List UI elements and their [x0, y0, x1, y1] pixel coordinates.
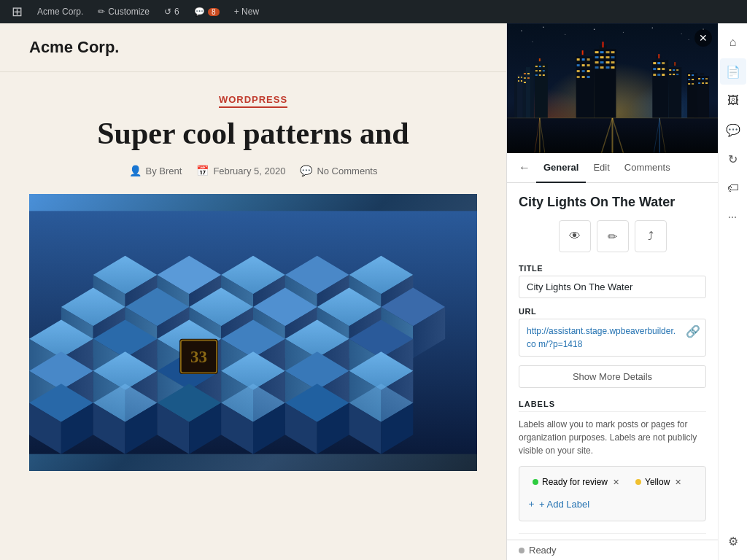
svg-rect-139 — [577, 70, 580, 72]
comments-btn[interactable]: 💬 8 — [188, 0, 225, 23]
author-icon: 👤 — [129, 165, 142, 176]
svg-rect-157 — [600, 61, 604, 63]
svg-rect-137 — [582, 64, 585, 66]
calendar-icon: 📅 — [196, 165, 209, 176]
wp-logo-btn[interactable]: ⊞ — [6, 0, 28, 23]
svg-rect-178 — [674, 62, 676, 66]
edit-icon-button[interactable]: ✏ — [597, 220, 629, 252]
svg-rect-127 — [535, 74, 538, 76]
svg-rect-133 — [577, 58, 580, 61]
site-header: Acme Corp. — [0, 23, 506, 72]
svg-rect-189 — [688, 79, 690, 80]
status-text: Ready — [529, 545, 557, 556]
comments-icon: 💬 — [194, 7, 205, 17]
sidebar-home-icon[interactable]: ⌂ — [720, 29, 746, 55]
svg-rect-150 — [606, 51, 610, 53]
svg-rect-155 — [611, 56, 615, 58]
new-btn[interactable]: + New — [228, 0, 265, 23]
remove-yellow-tag-button[interactable]: ✕ — [673, 478, 681, 486]
svg-rect-199 — [702, 82, 704, 84]
labels-tags-container: Ready for review ✕ Yellow ✕ ＋ + Add Labe… — [519, 466, 706, 521]
category-link[interactable]: WORDPRESS — [219, 94, 287, 108]
svg-rect-156 — [595, 61, 599, 63]
url-copy-button[interactable]: 🔗 — [686, 324, 700, 338]
svg-rect-183 — [673, 74, 675, 75]
image-icon: 🖼 — [727, 94, 739, 107]
site-name-btn[interactable]: Acme Corp. — [31, 0, 89, 23]
view-icon-button[interactable]: 👁 — [559, 220, 591, 252]
ready-tag-label: Ready for review — [542, 477, 608, 487]
sidebar-apps-icon[interactable]: ⋯ — [720, 204, 746, 230]
labels-description: Labels allow you to mark posts or pages … — [519, 418, 706, 457]
cube-pattern-svg: 33 — [29, 194, 477, 471]
tab-general[interactable]: General — [536, 153, 586, 183]
svg-point-98 — [594, 28, 595, 30]
svg-rect-193 — [697, 76, 709, 118]
svg-rect-121 — [535, 66, 538, 67]
svg-rect-132 — [582, 50, 584, 55]
url-field-wrap: http://assistant.stage.wpbeaverbuilder.c… — [519, 319, 706, 357]
plus-icon: ＋ — [527, 497, 536, 510]
svg-rect-186 — [690, 70, 694, 72]
add-label-button[interactable]: ＋ + Add Label — [527, 494, 589, 513]
sidebar-refresh-icon[interactable]: ↻ — [720, 146, 746, 172]
share-icon: ⤴ — [648, 230, 654, 243]
tab-comments[interactable]: Comments — [617, 153, 678, 183]
svg-rect-173 — [653, 74, 656, 76]
svg-rect-113 — [524, 73, 526, 74]
sidebar-settings-icon[interactable]: ⚙ — [720, 528, 746, 554]
revisions-btn[interactable]: ↺ 6 — [158, 0, 185, 23]
svg-rect-142 — [577, 76, 580, 78]
svg-rect-195 — [698, 78, 700, 79]
svg-point-103 — [532, 42, 533, 42]
media-panel: ✕ ← General Edit Comments City Lights On… — [506, 23, 718, 560]
svg-rect-180 — [673, 69, 675, 71]
svg-rect-134 — [582, 58, 585, 61]
tab-edit[interactable]: Edit — [586, 153, 616, 183]
svg-rect-141 — [587, 70, 590, 72]
svg-rect-194 — [700, 73, 704, 75]
pencil-icon: ✏ — [608, 230, 617, 244]
sidebar-tag-icon[interactable]: 🏷 — [720, 175, 746, 201]
site-name-label: Acme Corp. — [37, 7, 83, 17]
post-author: 👤 By Brent — [129, 165, 182, 176]
svg-rect-200 — [705, 82, 708, 84]
svg-rect-179 — [669, 69, 671, 71]
svg-rect-122 — [539, 66, 541, 67]
svg-rect-182 — [669, 74, 671, 75]
revisions-icon: ↺ — [164, 7, 171, 17]
share-icon-button[interactable]: ⤴ — [635, 220, 667, 252]
svg-rect-136 — [577, 64, 580, 66]
svg-rect-120 — [539, 58, 541, 61]
post-meta: 👤 By Brent 📅 February 5, 2020 💬 No Comme… — [29, 165, 477, 176]
author-name: By Brent — [146, 166, 182, 176]
post-content: WORDPRESS Super cool patterns and 👤 By B… — [0, 72, 506, 493]
svg-text:33: 33 — [190, 348, 207, 366]
panel-close-button[interactable]: ✕ — [694, 29, 712, 47]
svg-rect-123 — [543, 66, 545, 67]
title-field-label: Title — [519, 264, 706, 273]
back-button[interactable]: ← — [513, 154, 536, 182]
svg-rect-162 — [606, 66, 610, 69]
svg-rect-168 — [657, 62, 660, 64]
sidebar-image-icon[interactable]: 🖼 — [720, 88, 746, 114]
copy-link-icon: 🔗 — [686, 325, 700, 338]
svg-rect-174 — [657, 74, 660, 76]
title-input[interactable] — [519, 276, 706, 298]
labels-section-label: LABELS — [519, 400, 706, 412]
sidebar-comment-icon[interactable]: 💬 — [720, 117, 746, 143]
svg-rect-169 — [662, 62, 665, 64]
sidebar-document-icon[interactable]: 📄 — [720, 58, 746, 85]
panel-media-title: City Lights On The Water — [519, 195, 706, 210]
svg-point-104 — [689, 39, 689, 40]
svg-rect-149 — [600, 51, 604, 53]
post-comments-meta: 💬 No Comments — [300, 165, 377, 176]
remove-ready-tag-button[interactable]: ✕ — [611, 478, 619, 486]
revisions-count: 6 — [174, 7, 179, 17]
show-more-details-button[interactable]: Show More Details — [519, 365, 706, 388]
customize-btn[interactable]: ✏ Customize — [92, 0, 155, 23]
yellow-tag-label: Yellow — [645, 477, 670, 487]
customize-label: Customize — [108, 7, 150, 17]
svg-rect-158 — [606, 61, 610, 63]
wp-logo-icon: ⊞ — [12, 4, 23, 20]
